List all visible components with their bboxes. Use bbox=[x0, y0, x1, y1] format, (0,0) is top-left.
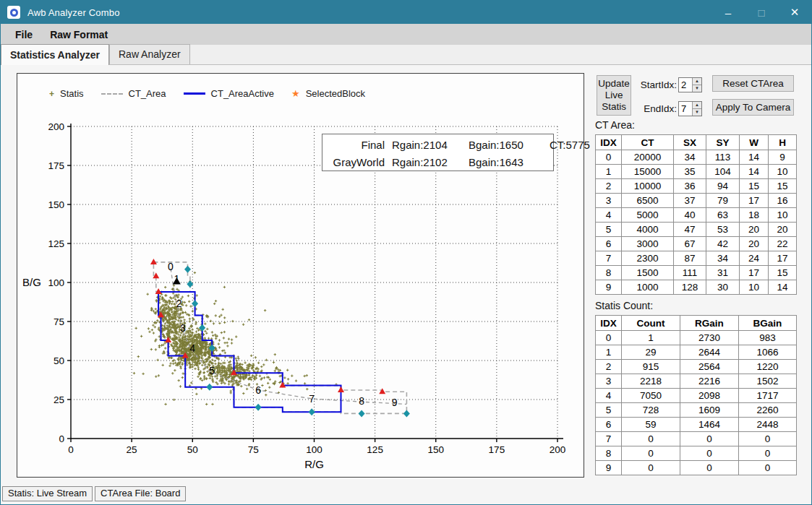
cell[interactable]: 9 bbox=[769, 150, 797, 165]
cell[interactable]: 111 bbox=[674, 266, 706, 280]
cell[interactable]: 1 bbox=[596, 165, 622, 179]
cell[interactable]: 128 bbox=[674, 280, 706, 295]
cell: 2216 bbox=[680, 374, 739, 389]
cell[interactable]: 9 bbox=[596, 280, 622, 295]
cell[interactable]: 104 bbox=[706, 165, 740, 179]
cell[interactable]: 14 bbox=[740, 150, 769, 165]
cell[interactable]: 34 bbox=[674, 150, 706, 165]
update-live-statis-button[interactable]: Update Live Statis bbox=[597, 75, 631, 116]
cell[interactable]: 3000 bbox=[622, 237, 674, 251]
cell[interactable]: 15 bbox=[740, 179, 769, 194]
cell[interactable]: 36 bbox=[674, 179, 706, 194]
startidx-spinner[interactable]: 2 ▲ ▼ bbox=[678, 77, 702, 92]
close-button[interactable]: ✕ bbox=[778, 1, 811, 24]
minimize-button[interactable]: – bbox=[711, 1, 745, 24]
cell[interactable]: 2 bbox=[596, 179, 622, 194]
cell[interactable]: 3 bbox=[596, 194, 622, 208]
cell[interactable]: 87 bbox=[674, 251, 706, 266]
cell[interactable]: 15 bbox=[769, 179, 797, 194]
endidx-value[interactable]: 7 bbox=[679, 102, 692, 116]
cell[interactable]: 20 bbox=[740, 237, 769, 251]
startidx-value[interactable]: 2 bbox=[679, 78, 692, 92]
cell[interactable]: 7 bbox=[596, 251, 622, 266]
cell[interactable]: 10000 bbox=[622, 179, 674, 194]
table-header-row: IDXCTSXSYWH bbox=[596, 135, 797, 150]
block-label: 7 bbox=[309, 393, 315, 405]
table-row: 91000128301014 bbox=[596, 280, 797, 295]
ct-area-table[interactable]: IDXCTSXSYWH02000034113149115000351041410… bbox=[595, 134, 797, 295]
table-row: 9000 bbox=[596, 461, 797, 475]
cell[interactable]: 5000 bbox=[622, 208, 674, 223]
tab-raw-analyzer[interactable]: Raw Analyzer bbox=[109, 44, 190, 64]
solid-line-icon bbox=[184, 92, 205, 95]
col-header-count: Count bbox=[622, 316, 680, 331]
cell[interactable]: 37 bbox=[674, 194, 706, 208]
cell[interactable]: 63 bbox=[706, 208, 740, 223]
reset-ctarea-button[interactable]: Reset CTArea bbox=[712, 75, 794, 92]
cell[interactable]: 4000 bbox=[622, 223, 674, 237]
cell[interactable]: 31 bbox=[706, 266, 740, 280]
cell[interactable]: 6 bbox=[596, 237, 622, 251]
cell[interactable]: 10 bbox=[740, 280, 769, 295]
col-header-ct: CT bbox=[622, 135, 674, 150]
block-edge-marker bbox=[184, 266, 191, 273]
cell[interactable]: 47 bbox=[674, 223, 706, 237]
endidx-spinner[interactable]: 7 ▲ ▼ bbox=[678, 101, 702, 116]
cell[interactable]: 14 bbox=[769, 280, 797, 295]
cell[interactable]: 40 bbox=[674, 208, 706, 223]
cell[interactable]: 34 bbox=[706, 251, 740, 266]
tab-statistics-analyzer[interactable]: Statistics Analyzer bbox=[1, 44, 109, 65]
cell[interactable]: 42 bbox=[706, 237, 740, 251]
cell[interactable]: 17 bbox=[740, 194, 769, 208]
chart-legend: +StatisCT_AreaCT_AreaActive★SelectedBloc… bbox=[49, 88, 375, 99]
endidx-up-button[interactable]: ▲ bbox=[693, 102, 701, 108]
cell: 2098 bbox=[680, 389, 739, 403]
table-row: 7230087342417 bbox=[596, 251, 797, 266]
awb-chart-panel[interactable]: 0255075100125150175200025507510012515017… bbox=[17, 73, 584, 478]
menu-item-raw-format[interactable]: Raw Format bbox=[41, 26, 116, 43]
legend-item-selectedblock: ★SelectedBlock bbox=[291, 88, 365, 99]
info-box-row: GrayWorldRgain:2102Bgain:1643 bbox=[322, 155, 549, 170]
cell: 0 bbox=[680, 446, 739, 461]
endidx-down-button[interactable]: ▼ bbox=[693, 108, 701, 116]
x-tick-label: 25 bbox=[127, 444, 137, 455]
cell[interactable]: 14 bbox=[740, 165, 769, 179]
cell[interactable]: 20 bbox=[740, 223, 769, 237]
cell[interactable]: 113 bbox=[706, 150, 740, 165]
cell[interactable]: 30 bbox=[706, 280, 740, 295]
cell[interactable]: 35 bbox=[674, 165, 706, 179]
cell[interactable]: 0 bbox=[596, 150, 622, 165]
cell[interactable]: 4 bbox=[596, 208, 622, 223]
menu-item-file[interactable]: File bbox=[7, 26, 41, 43]
cell[interactable]: 18 bbox=[740, 208, 769, 223]
cell[interactable]: 67 bbox=[674, 237, 706, 251]
cell[interactable]: 16 bbox=[769, 194, 797, 208]
cell[interactable]: 53 bbox=[706, 223, 740, 237]
cell[interactable]: 5 bbox=[596, 223, 622, 237]
cell[interactable]: 94 bbox=[706, 179, 740, 194]
cell[interactable]: 24 bbox=[740, 251, 769, 266]
cell[interactable]: 17 bbox=[769, 251, 797, 266]
cell[interactable]: 10 bbox=[769, 165, 797, 179]
cell[interactable]: 22 bbox=[769, 237, 797, 251]
cell[interactable]: 6500 bbox=[622, 194, 674, 208]
cell[interactable]: 2300 bbox=[622, 251, 674, 266]
cell[interactable]: 20000 bbox=[622, 150, 674, 165]
cell[interactable]: 8 bbox=[596, 266, 622, 280]
startidx-down-button[interactable]: ▼ bbox=[693, 85, 701, 92]
block-edge-marker bbox=[206, 384, 213, 391]
cell[interactable]: 1000 bbox=[622, 280, 674, 295]
cell[interactable]: 10 bbox=[769, 208, 797, 223]
cell[interactable]: 20 bbox=[769, 223, 797, 237]
cell[interactable]: 17 bbox=[740, 266, 769, 280]
maximize-button[interactable]: □ bbox=[745, 1, 778, 24]
cell[interactable]: 1500 bbox=[622, 266, 674, 280]
cell[interactable]: 15 bbox=[769, 266, 797, 280]
ct-area-title: CT Area: bbox=[595, 119, 635, 131]
startidx-up-button[interactable]: ▲ bbox=[693, 78, 701, 85]
cell[interactable]: 15000 bbox=[622, 165, 674, 179]
cell: 915 bbox=[622, 360, 680, 374]
cell[interactable]: 79 bbox=[706, 194, 740, 208]
apply-to-camera-button[interactable]: Apply To Camera bbox=[712, 99, 794, 116]
table-row: 81500111311715 bbox=[596, 266, 797, 280]
